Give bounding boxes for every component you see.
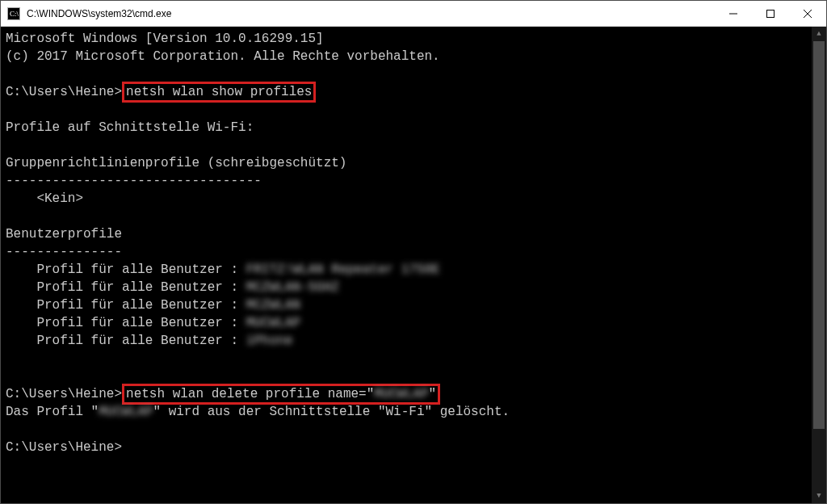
msg-text: " wird aus der Schnittstelle "Wi-Fi" gel…: [153, 405, 510, 419]
profile-label: Profil für alle Benutzer :: [6, 262, 246, 277]
command-text: ": [429, 387, 437, 401]
terminal-area: Microsoft Windows [Version 10.0.16299.15…: [1, 27, 826, 503]
profile-label: Profil für alle Benutzer :: [6, 298, 246, 313]
prompt-path: C:\Users\Heine>: [6, 387, 122, 401]
profile-row: Profil für alle Benutzer : MCZWLAN: [6, 296, 810, 314]
gp-header: Gruppenrichtlinienprofile (schreibgeschü…: [6, 154, 810, 172]
separator: ---------------------------------: [6, 172, 810, 190]
profile-row: Profil für alle Benutzer : FRITZ!WLAN Re…: [6, 261, 810, 279]
terminal-output[interactable]: Microsoft Windows [Version 10.0.16299.15…: [1, 27, 812, 503]
user-header: Benutzerprofile: [6, 225, 810, 243]
blank-line: [6, 208, 810, 225]
scrollbar[interactable]: ▲ ▼: [812, 27, 826, 503]
msg-text: Das Profil ": [6, 405, 99, 419]
blank-line: [6, 136, 810, 154]
prompt-path: C:\Users\Heine>: [6, 440, 122, 455]
cmd-window: C:\ C:\WINDOWS\system32\cmd.exe Microsof…: [0, 0, 827, 504]
command-text: netsh wlan delete profile name=": [126, 387, 374, 401]
profile-label: Profil für alle Benutzer :: [6, 316, 246, 330]
svg-rect-4: [767, 10, 775, 17]
separator: ---------------: [6, 243, 810, 261]
blank-line: [6, 421, 810, 439]
window-title: C:\WINDOWS\system32\cmd.exe: [27, 8, 171, 19]
delete-result: Das Profil "MUCWLAP" wird aus der Schnit…: [6, 403, 810, 421]
minimize-button[interactable]: [715, 1, 752, 27]
banner-line: Microsoft Windows [Version 10.0.16299.15…: [6, 30, 810, 48]
profile-name-blurred: MUCWLAP: [246, 316, 300, 330]
blank-line: [6, 65, 810, 83]
prompt-line: C:\Users\Heine>: [6, 439, 810, 456]
profile-name-blurred: MCZWLAN: [246, 298, 300, 313]
blank-line: [6, 350, 810, 368]
profile-row: Profil für alle Benutzer : MUCWLAP: [6, 314, 810, 332]
section-header: Profile auf Schnittstelle Wi-Fi:: [6, 119, 810, 136]
prompt-path: C:\Users\Heine>: [6, 85, 122, 99]
highlighted-command: netsh wlan show profiles: [122, 82, 316, 103]
profile-label: Profil für alle Benutzer :: [6, 334, 246, 348]
scroll-thumb[interactable]: [813, 41, 825, 429]
profile-name-blurred: FRITZ!WLAN Repeater 1750E: [246, 262, 440, 277]
scroll-up-arrow-icon[interactable]: ▲: [812, 27, 826, 41]
prompt-line: C:\Users\Heine>netsh wlan show profiles: [6, 83, 810, 101]
gp-none: <Kein>: [6, 190, 810, 208]
profile-name-blurred: MCZWLAN-5GHZ: [246, 280, 339, 295]
titlebar[interactable]: C:\ C:\WINDOWS\system32\cmd.exe: [1, 1, 826, 27]
svg-text:C:\: C:\: [10, 10, 19, 18]
blank-line: [6, 101, 810, 119]
profile-row: Profil für alle Benutzer : MCZWLAN-5GHZ: [6, 279, 810, 296]
highlighted-command: netsh wlan delete profile name="MUCWLAP": [122, 384, 440, 405]
cmd-icon: C:\: [7, 7, 20, 20]
close-button[interactable]: [789, 1, 826, 27]
prompt-line: C:\Users\Heine>netsh wlan delete profile…: [6, 385, 810, 403]
blank-line: [6, 368, 810, 385]
command-arg-blurred: MUCWLAP: [374, 387, 428, 401]
command-text: netsh wlan show profiles: [126, 85, 312, 99]
maximize-button[interactable]: [752, 1, 789, 27]
scroll-down-arrow-icon[interactable]: ▼: [812, 489, 826, 503]
profile-name-blurred: iPhone: [246, 334, 293, 348]
banner-line: (c) 2017 Microsoft Corporation. Alle Rec…: [6, 48, 810, 65]
profile-row: Profil für alle Benutzer : iPhone: [6, 332, 810, 350]
profile-label: Profil für alle Benutzer :: [6, 280, 246, 295]
msg-blurred: MUCWLAP: [99, 405, 153, 419]
